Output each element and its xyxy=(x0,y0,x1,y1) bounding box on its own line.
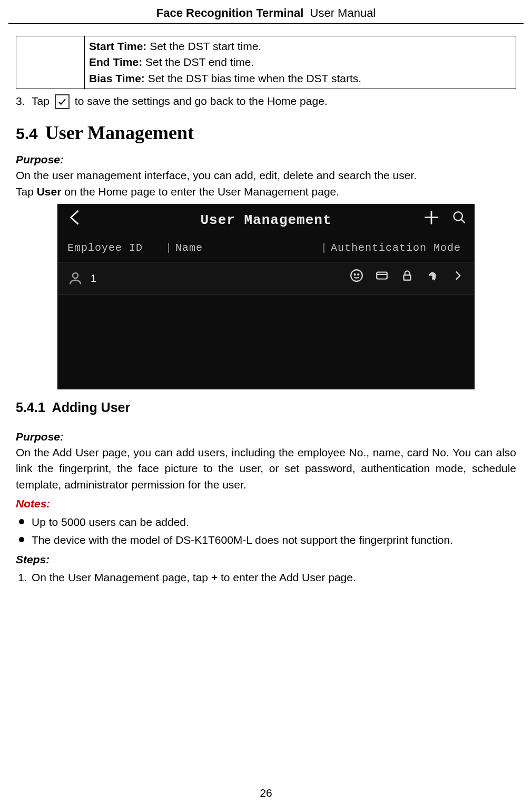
device-column-headers: Employee ID | Name | Authentication Mode xyxy=(58,237,474,262)
search-icon[interactable] xyxy=(452,210,467,232)
tap-bold: User xyxy=(37,185,62,198)
note-item: Up to 5000 users can be added. xyxy=(18,514,516,530)
steps-label: Steps: xyxy=(16,552,516,568)
dst-left-cell xyxy=(16,36,85,89)
sub-purpose-label: Purpose: xyxy=(16,429,516,445)
notes-list: Up to 5000 users can be added. The devic… xyxy=(16,514,516,549)
col-separator: | xyxy=(318,240,331,256)
svg-rect-10 xyxy=(404,275,411,280)
step-pre: On the User Management page, tap xyxy=(32,571,211,583)
tap-post: on the Home page to enter the User Manag… xyxy=(61,185,339,198)
col-employee-id: Employee ID xyxy=(67,240,162,256)
step-3-post: to save the settings and go back to the … xyxy=(75,93,328,109)
tap-pre: Tap xyxy=(16,185,37,198)
purpose-text: On the user management interface, you ca… xyxy=(16,168,516,183)
subsection-number: 5.4.1 xyxy=(16,400,45,415)
chevron-right-icon xyxy=(451,269,465,288)
dst-end-desc: Set the DST end time. xyxy=(142,56,254,68)
face-icon xyxy=(350,269,363,288)
step-3-line: 3. Tap to save the settings and go back … xyxy=(16,93,516,109)
note-item: The device with the model of DS-K1T600M-… xyxy=(18,532,516,548)
dst-bias-label: Bias Time: xyxy=(89,72,145,84)
lock-icon xyxy=(400,269,414,288)
add-icon[interactable] xyxy=(422,209,440,233)
sub-purpose-text: On the Add User page, you can add users,… xyxy=(16,445,516,493)
col-name: Name xyxy=(175,240,318,256)
device-screenshot: User Management Employee ID | Name | Aut… xyxy=(57,204,475,389)
step-num: 1. xyxy=(18,570,27,585)
purpose-label: Purpose: xyxy=(16,152,516,168)
step-bold: + xyxy=(211,571,218,583)
step-post: to enter the Add User page. xyxy=(218,571,356,583)
dst-table: Start Time: Set the DST start time. End … xyxy=(16,36,516,89)
user-row[interactable]: 1 xyxy=(58,262,474,295)
svg-rect-8 xyxy=(377,272,387,279)
dst-right-cell: Start Time: Set the DST start time. End … xyxy=(85,36,516,89)
dst-bias-desc: Set the DST bias time when the DST start… xyxy=(145,72,361,84)
subsection-heading: 5.4.1 Adding User xyxy=(16,398,516,417)
dst-start-label: Start Time: xyxy=(89,40,146,52)
step-item: 1. On the User Management page, tap + to… xyxy=(18,570,516,585)
step-3-num: 3. xyxy=(16,93,28,109)
steps-list: 1. On the User Management page, tap + to… xyxy=(16,570,516,585)
tap-user-line: Tap User on the Home page to enter the U… xyxy=(16,184,516,200)
check-icon xyxy=(55,94,70,109)
device-titlebar: User Management xyxy=(58,204,474,237)
person-icon xyxy=(67,270,83,286)
svg-point-5 xyxy=(351,270,362,281)
svg-line-3 xyxy=(461,219,465,223)
dst-start-desc: Set the DST start time. xyxy=(146,40,261,52)
page-header: Face Recognition Terminal User Manual xyxy=(8,0,524,24)
fingerprint-icon xyxy=(426,269,439,288)
svg-point-7 xyxy=(358,274,359,275)
section-title: User Management xyxy=(45,122,194,143)
card-icon xyxy=(375,269,389,288)
back-icon[interactable] xyxy=(66,209,84,233)
header-title-bold: Face Recognition Terminal xyxy=(156,6,304,19)
notes-label: Notes: xyxy=(16,496,516,512)
svg-point-4 xyxy=(73,273,78,278)
header-title-light: User Manual xyxy=(310,6,376,19)
employee-id-value: 1 xyxy=(83,271,162,286)
page-number: 26 xyxy=(0,787,532,799)
dst-end-label: End Time: xyxy=(89,56,142,68)
section-heading: 5.4User Management xyxy=(16,119,516,146)
step-3-pre: Tap xyxy=(32,93,50,109)
subsection-title: Adding User xyxy=(52,400,131,415)
device-title: User Management xyxy=(200,211,331,231)
svg-point-6 xyxy=(354,274,356,275)
section-number: 5.4 xyxy=(16,125,38,142)
col-separator: | xyxy=(162,240,175,256)
svg-point-2 xyxy=(454,212,462,220)
col-auth-mode: Authentication Mode xyxy=(331,240,465,256)
